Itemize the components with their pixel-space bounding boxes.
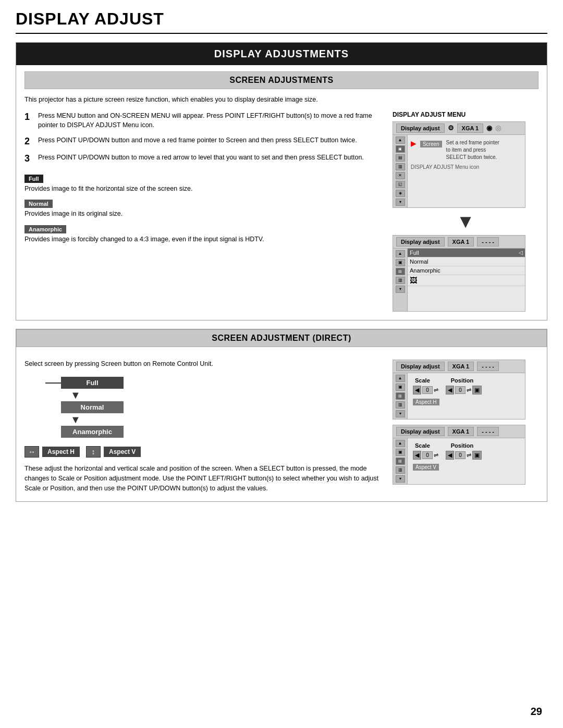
aspect-h-btn: ↔ Aspect H (25, 446, 80, 458)
step-3: 3 Press POINT UP/DOWN button to move a r… (25, 153, 382, 165)
sim-menu2-bar-3: - - - - (477, 237, 499, 246)
badge-anamorphic-desc: Provides image is forcibly changed to a … (25, 235, 382, 244)
flow-box-full: Full (61, 377, 124, 389)
flow-box-anamorphic: Anamorphic (61, 426, 124, 438)
aspect-desc: These adjust the horizontal and vertical… (25, 464, 382, 493)
sim-menu-1: Display adjust ⚙ XGA 1 ◉ ◎ ▲ ▣ ▤ ▥ (393, 121, 525, 208)
scale-v-side-2: ▣ (396, 449, 405, 456)
step-2-text: Press POINT UP/DOWN button and move a re… (38, 135, 357, 145)
sim-menu-icon-7: ◈ (396, 190, 405, 197)
scale-v-control-1: ◀ 0 ⇌ (413, 451, 438, 460)
menu-icon-note: DISPLAY ADJUST Menu icon (411, 164, 522, 170)
scale-v-bar-3: - - - - (477, 427, 499, 436)
scale-menu-v: Display adjust XGA 1 - - - - ▲ ▣ ▤ ▥ ▾ (393, 425, 525, 485)
step-2-num: 2 (25, 135, 34, 147)
sim-menu-icon-up: ▲ (396, 137, 405, 144)
aspect-h-label: Aspect H (42, 447, 80, 457)
sim-menu-bar-1: Display adjust (396, 124, 445, 133)
scale-v-bar-2: XGA 1 (448, 427, 474, 436)
scale-h-position-label: Position (451, 377, 473, 384)
sim-menu-2: Display adjust XGA 1 - - - - ▲ ▣ ▤ ▥ ▾ (393, 235, 525, 312)
step-1-num: 1 (25, 111, 34, 123)
badge-full-desc: Provides image to fit the horizontal siz… (25, 184, 382, 194)
scale-h-bar-2: XGA 1 (448, 362, 474, 371)
sim-menu-bar-2: XGA 1 (457, 124, 484, 133)
sim-menu-icon-4: ▥ (396, 163, 405, 170)
step-1-text: Press MENU button and ON-SCREEN MENU wil… (38, 111, 382, 131)
scale-h-side-1: ▲ (396, 375, 405, 382)
scale-h-val-1: 0 (422, 386, 433, 394)
aspect-v-icon: ↕ (86, 446, 101, 458)
aspect-h-icon: ↔ (25, 446, 39, 458)
scale-h-scale-label: Scale (415, 377, 430, 384)
big-arrow: ▼ (393, 212, 538, 231)
flow-box-normal: Normal (61, 401, 124, 413)
badge-anamorphic: Anamorphic (25, 225, 66, 233)
sim-menu-icon-8: ▾ (396, 199, 405, 206)
scale-h-bottom-label: Aspect H (413, 399, 439, 405)
sim-menu-icon-3: ▤ (396, 154, 405, 162)
scale-v-side-4: ▾ (396, 475, 405, 483)
scale-h-bar-1: Display adjust (396, 362, 445, 371)
sim-menu2-icon-up: ▲ (396, 250, 405, 257)
sim-menu-icon-5: ✕ (396, 172, 405, 179)
step-2: 2 Press POINT UP/DOWN button and move a … (25, 135, 382, 147)
sim-menu-icon-6: ◱ (396, 181, 405, 188)
display-adjust-menu-label: DISPLAY ADJUST MENU (393, 111, 538, 118)
direct-intro: Select screen by pressing Screen button … (25, 360, 382, 369)
step-3-num: 3 (25, 153, 34, 165)
aspect-v-btn: ↕ Aspect V (86, 446, 141, 458)
scale-v-bar-1: Display adjust (396, 427, 445, 436)
badge-full: Full (25, 175, 43, 183)
badge-normal: Normal (25, 200, 53, 208)
scale-v-val-2: 0 (455, 451, 466, 459)
sim-menu2-bar-2: XGA 1 (448, 237, 474, 246)
sim-menu2-icon-1: ▣ (396, 259, 405, 266)
flow-diagram: Full ▼ Normal ▼ Anamorphic (45, 377, 382, 438)
scale-h-side-4: ▾ (396, 410, 405, 417)
sim-menu2-bar-1: Display adjust (396, 237, 445, 246)
page-number: 29 (531, 706, 542, 718)
screen-label: Screen (420, 141, 442, 147)
scale-v-side-active: ▤ (396, 458, 405, 465)
page-title: DISPLAY ADJUST (16, 0, 547, 34)
sim-menu2-icon-3: ▥ (396, 277, 405, 284)
scale-h-control-2: ◀ 0 ⇌ ▣ (446, 386, 482, 394)
menu-option-icon: 🖼 (408, 275, 525, 286)
badge-normal-desc: Provides image in its original size. (25, 209, 382, 219)
scale-v-val-1: 0 (422, 451, 433, 459)
sim-menu-icon-screen: ▣ (396, 145, 405, 153)
red-frame-note: Set a red frame pointerto item and press… (446, 139, 499, 161)
aspect-v-label: Aspect V (104, 447, 141, 457)
scale-v-scale-label: Scale (415, 442, 430, 449)
scale-h-side-3: ▥ (396, 401, 405, 409)
red-frame-indicator: ▶ (411, 139, 417, 147)
direct-header: SCREEN ADJUSTMENT (DIRECT) (16, 329, 547, 347)
aspect-row: ↔ Aspect H ↕ Aspect V (25, 446, 382, 458)
scale-h-bar-3: - - - - (477, 362, 499, 371)
main-section: DISPLAY ADJUSTMENTS SCREEN ADJUSTMENTS T… (16, 42, 547, 320)
scale-h-side-active: ▤ (396, 392, 405, 400)
scale-v-side-1: ▲ (396, 440, 405, 447)
scale-v-control-2: ◀ 0 ⇌ ▣ (446, 451, 482, 460)
menu-option-normal: Normal (408, 257, 525, 266)
scale-h-side-2: ▣ (396, 384, 405, 391)
step-3-text: Press POINT UP/DOWN button to move a red… (38, 153, 364, 163)
sim-menu2-icon-screen: ▤ (396, 268, 405, 275)
display-adjustments-header: DISPLAY ADJUSTMENTS (16, 43, 547, 65)
menu-option-anamorphic: Anamorphic (408, 266, 525, 275)
intro-text: This projector has a picture screen resi… (25, 95, 538, 105)
scale-v-side-3: ▥ (396, 466, 405, 474)
scale-v-position-label: Position (451, 442, 473, 449)
step-1: 1 Press MENU button and ON-SCREEN MENU w… (25, 111, 382, 131)
scale-menu-h: Display adjust XGA 1 - - - - ▲ ▣ ▤ ▥ ▾ (393, 360, 525, 419)
scale-h-control-1: ◀ 0 ⇌ (413, 386, 438, 394)
sim-menu2-icon-4: ▾ (396, 286, 405, 293)
flow-arrow-1: ▼ (70, 389, 81, 401)
scale-v-bottom-label: Aspect V (413, 464, 439, 471)
scale-h-val-2: 0 (455, 386, 466, 394)
flow-arrow-2: ▼ (70, 413, 81, 426)
screen-adjustments-header: SCREEN ADJUSTMENTS (25, 71, 538, 89)
menu-option-full: Full ◁ (408, 249, 525, 257)
direct-section: SCREEN ADJUSTMENT (DIRECT) Select screen… (16, 329, 547, 502)
